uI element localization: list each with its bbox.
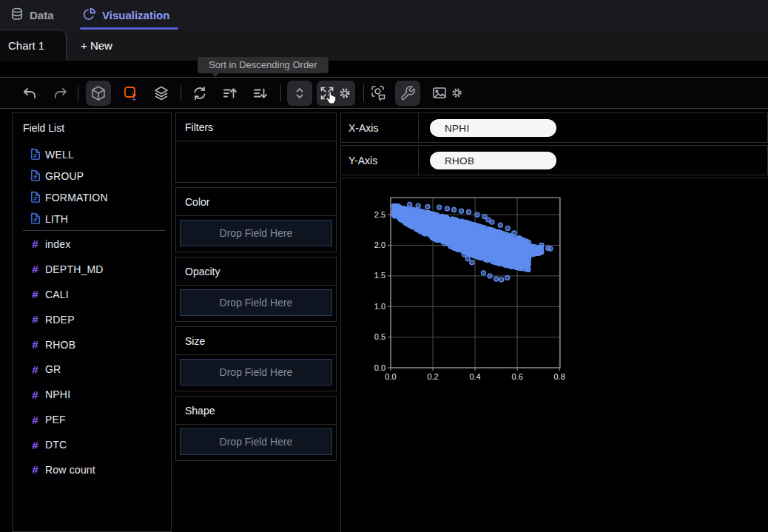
chart-tab-bar: Chart 1 + New [0,30,768,61]
drop-field-zone-shape[interactable]: Drop Field Here [180,428,332,455]
text-field-icon [29,212,41,225]
field-item-well[interactable]: WELL [13,144,171,165]
field-item-cali[interactable]: #CALI [13,282,171,307]
drop-field-zone-color[interactable]: Drop Field Here [180,220,332,246]
svg-text:0.0: 0.0 [385,372,396,381]
layers-button[interactable] [152,84,170,102]
x-axis-field-pill[interactable]: NPHI [430,119,556,137]
field-item-label: GR [45,363,61,375]
field-item-label: DEPTH_MD [45,263,104,275]
field-item-label: Row count [45,464,95,476]
svg-text:1.5: 1.5 [374,271,385,280]
field-item-label: FORMATION [45,192,108,203]
mouse-cursor [326,91,338,109]
field-item-label: NPHI [45,388,70,400]
x-axis-label: X-Axis [341,113,419,142]
y-axis-label: Y-Axis [341,146,419,175]
expand-settings-gear-button[interactable] [336,84,354,102]
undo-button[interactable] [21,84,38,102]
field-item-dtc[interactable]: #DTC [13,432,171,457]
field-item-label: GROUP [45,170,84,182]
field-item-row-count[interactable]: #Row count [13,457,171,482]
encoding-section-size: SizeDrop Field Here [175,326,337,391]
y-axis-field-name: RHOB [445,155,474,166]
layers-icon [153,85,169,101]
top-tab-bar: Data Visualization [0,0,768,30]
capture-annotate-button[interactable] [370,84,388,102]
filters-panel[interactable]: Filters [175,112,337,183]
select-area-icon [123,85,139,101]
cube-icon [90,85,107,101]
tab-data[interactable]: Data [10,0,54,30]
database-icon [10,7,24,23]
redo-button[interactable] [52,84,70,102]
unfold-button[interactable] [287,81,312,106]
sort-descending-button[interactable] [252,84,269,102]
field-item-nphi[interactable]: #NPHI [13,382,171,407]
field-item-index[interactable]: #index [13,232,171,257]
toolbar-divider [280,85,281,101]
field-item-label: DTC [45,439,67,451]
select-area-button[interactable] [122,84,140,102]
text-field-icon [29,148,41,161]
scatter-plot[interactable]: 0.00.20.40.60.80.00.51.01.52.02.5 [368,190,571,386]
number-field-icon: # [29,414,41,426]
number-field-icon: # [29,388,41,401]
number-field-icon: # [29,263,41,275]
tooltip-text: Sort in Descending Order [209,59,317,70]
drop-field-zone-opacity[interactable]: Drop Field Here [180,289,332,316]
gear-icon [338,87,351,100]
image-export-button[interactable] [431,84,448,102]
field-item-rhob[interactable]: #RHOB [13,332,171,357]
filters-header: Filters [176,113,336,141]
wrench-button[interactable] [395,81,420,106]
encoding-section-shape: ShapeDrop Field Here [175,396,337,461]
field-item-lith[interactable]: LITH [13,208,171,229]
image-settings-gear-button[interactable] [448,84,465,102]
gear-icon [451,87,463,99]
sort-ascending-button[interactable] [221,84,239,102]
tab-visualization[interactable]: Visualization [83,0,169,30]
field-item-depth-md[interactable]: #DEPTH_MD [13,257,171,282]
encoding-section-header: Opacity [176,257,336,286]
capture-annotate-icon [370,84,388,102]
refresh-button[interactable] [191,84,209,102]
field-item-rdep[interactable]: #RDEP [13,307,171,332]
cube-3d-button[interactable] [86,81,111,106]
svg-text:1.0: 1.0 [374,302,385,311]
tab-chart-1-label: Chart 1 [8,39,44,52]
number-field-icon: # [29,439,41,451]
field-item-pef[interactable]: #PEF [13,407,171,432]
encoding-section-color: ColorDrop Field Here [175,187,337,252]
y-axis-field-pill[interactable]: RHOB [430,152,556,169]
field-item-gr[interactable]: #GR [13,357,171,382]
svg-text:0.2: 0.2 [427,372,438,381]
svg-text:0.5: 0.5 [374,332,385,341]
svg-text:0.0: 0.0 [374,363,385,372]
tab-chart-1[interactable]: Chart 1 [0,30,67,61]
field-item-group[interactable]: GROUP [13,165,171,186]
svg-text:0.6: 0.6 [511,372,522,381]
text-field-icon [29,191,41,203]
unfold-chevrons-icon [292,85,308,101]
field-item-label: PEF [45,414,66,425]
svg-text:2.5: 2.5 [374,210,385,219]
encoding-section-header: Size [176,327,336,355]
field-item-label: RDEP [45,314,75,326]
x-axis-row: X-Axis NPHI [340,112,768,143]
text-field-icon [29,169,41,182]
svg-text:2.0: 2.0 [374,240,385,249]
field-item-label: CALI [45,289,69,300]
app-window: Data Visualization Chart 1 + New Sort in… [0,0,768,532]
field-list-title: Field List [23,122,64,134]
field-item-formation[interactable]: FORMATION [13,186,171,208]
toolbar-divider [181,85,181,101]
image-icon [431,85,448,101]
number-field-icon: # [29,338,41,351]
new-chart-label: + New [81,39,112,52]
x-axis-field-name: NPHI [445,123,469,134]
tab-visualization-label: Visualization [102,9,169,21]
drop-field-zone-size[interactable]: Drop Field Here [180,359,332,385]
encoding-section-header: Color [176,188,336,216]
new-chart-button[interactable]: + New [73,30,121,61]
